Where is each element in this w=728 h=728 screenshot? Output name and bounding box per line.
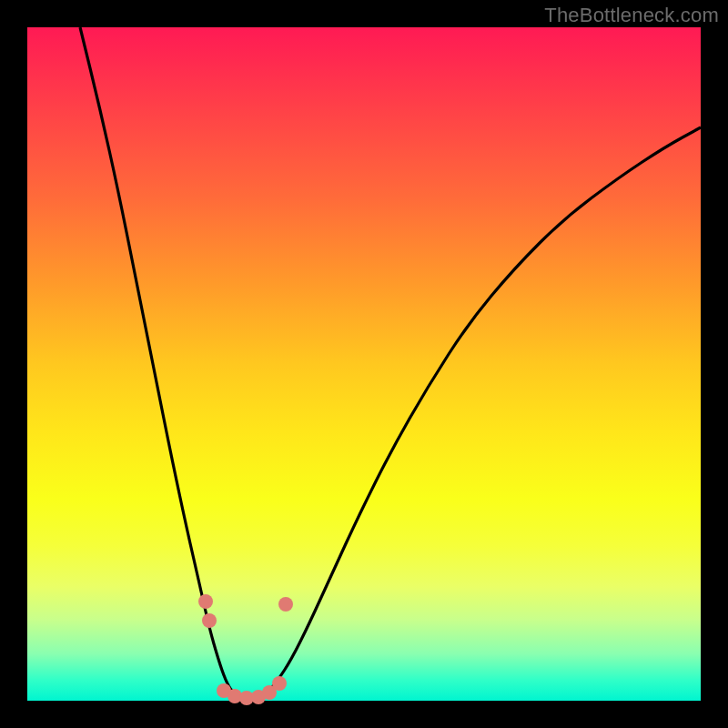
left-upper-dot xyxy=(198,594,213,609)
curve-svg xyxy=(27,27,701,701)
chart-frame: TheBottleneck.com xyxy=(0,0,728,728)
bottom-dot-6 xyxy=(272,676,287,691)
bottleneck-curve xyxy=(80,27,701,699)
watermark-text: TheBottleneck.com xyxy=(544,4,719,27)
left-lower-dot xyxy=(202,613,217,628)
right-upper-dot xyxy=(278,597,293,612)
data-markers xyxy=(198,594,293,705)
plot-area xyxy=(27,27,701,701)
